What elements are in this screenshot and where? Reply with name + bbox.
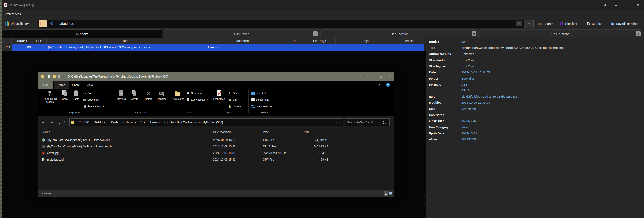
edit-button[interactable]: Edit	[228, 97, 237, 102]
qat-customize-icon[interactable]: ▾	[62, 75, 63, 78]
maximize-button[interactable]: □	[376, 73, 385, 80]
up-arrow-icon[interactable]: ↑	[64, 120, 66, 124]
select-none-button[interactable]: Select none	[251, 97, 269, 102]
tab-all-books[interactable]: All books	[2, 29, 162, 38]
breadcrumb-calibre[interactable]: Calibre	[111, 121, 120, 124]
refresh-icon[interactable]: ↻	[339, 120, 342, 124]
search-input[interactable]: FT ⚙ marked:true ×	[38, 20, 524, 28]
column-header-tags[interactable]: Tags	[336, 38, 395, 44]
file-row-opf[interactable]: metadata.opf 2024-10-09 15:32 OPF File 6…	[41, 156, 330, 163]
detail-link[interactable]: False	[461, 125, 469, 129]
detail-link[interactable]: 2024-10-09	[461, 132, 477, 135]
detail-link[interactable]: N	[461, 113, 464, 117]
close-button[interactable]: ×	[633, 1, 643, 8]
detail-link[interactable]: Book files	[461, 77, 475, 80]
column-header-location[interactable]: Location	[395, 38, 424, 44]
column-header-title[interactable]: Title	[47, 38, 204, 44]
detail-link[interactable]: 826.79 MB	[461, 107, 476, 110]
search-history-dropdown[interactable]: ▾	[524, 20, 534, 28]
column-header-authors[interactable]: Author(s) ▲	[204, 38, 281, 44]
tab-has-cover[interactable]: Has Cover x	[163, 29, 320, 38]
details-view-toggle[interactable]	[384, 191, 388, 196]
pin-to-quick-access-button[interactable]: Pin to Quick access	[41, 90, 59, 104]
file-row-jpg[interactable]: cover.jpg 2024-10-09 15:31 IrfanView JPG…	[41, 150, 330, 156]
maximize-button[interactable]: □	[622, 1, 632, 8]
detail-link[interactable]: 1f77bdfb-bfec-4e0d-a485-01abeda8e4c1	[461, 95, 517, 98]
folder-icon[interactable]	[41, 75, 44, 78]
detail-link[interactable]: 866953046	[461, 138, 477, 141]
select-all-button[interactable]: Select all	[251, 91, 266, 96]
delete-button[interactable]: × Delete ▾	[143, 90, 154, 104]
breadcrumb-unknown[interactable]: Unknown	[150, 121, 162, 124]
highlight-button[interactable]: Highlight	[560, 20, 577, 27]
copy-path-button[interactable]: Copy path	[83, 97, 99, 102]
detail-link[interactable]: 866953046	[461, 119, 477, 123]
address-dropdown-icon[interactable]: ▾	[336, 121, 337, 124]
list-header-name[interactable]: Name	[42, 130, 50, 134]
properties-button[interactable]: Properties ▾	[212, 90, 226, 104]
minimize-button[interactable]: –	[611, 1, 621, 8]
copy-to-button[interactable]: Copy to ▾	[128, 90, 140, 104]
detail-link[interactable]: 2024-10-09 15:31:55	[461, 71, 490, 74]
menu-file[interactable]: File	[38, 81, 53, 89]
cut-button[interactable]: ✂ Cut	[83, 91, 91, 96]
breadcrumb-libraries[interactable]: Libraries	[125, 121, 136, 124]
back-arrow-icon[interactable]: ←	[41, 120, 45, 124]
close-tab-icon[interactable]: x	[636, 31, 640, 36]
recent-locations-icon[interactable]: ▾	[58, 121, 60, 126]
paste-button[interactable]: Paste	[71, 90, 81, 101]
breadcrumb-drive[interactable]: DATA (D:)	[94, 121, 106, 124]
paste-shortcut-button[interactable]: Paste shortcut	[83, 104, 104, 109]
book-row[interactable]: 1 900 (byTom.Bart.CookingBooki).MyFirtBo…	[2, 44, 426, 50]
preferences-menu[interactable]: Preferences ▾	[2, 10, 26, 18]
detail-link[interactable]: 900	[461, 40, 466, 43]
copy-qat-icon[interactable]	[58, 75, 61, 78]
detail-link[interactable]: 2024-10-09 15:35:04	[461, 101, 490, 104]
help-icon[interactable]: ?	[386, 83, 390, 87]
close-tab-icon[interactable]: x	[313, 31, 318, 36]
menu-home[interactable]: Home	[54, 81, 68, 89]
forward-arrow-icon[interactable]: →	[50, 120, 54, 124]
column-header-hier-tags[interactable]: Hier Tags	[304, 38, 336, 44]
menu-share[interactable]: Share	[70, 81, 82, 89]
virtual-library-button[interactable]: Virtual library	[4, 20, 30, 27]
collapse-ribbon-icon[interactable]: ∧	[378, 83, 380, 86]
saved-searches-button[interactable]: Saved searches	[611, 20, 638, 27]
folder-icon[interactable]	[53, 75, 56, 78]
address-box[interactable]: › This PC › DATA (D:) › Calibre › Librar…	[70, 118, 344, 126]
column-header-links[interactable]: Links	[33, 38, 47, 44]
close-tab-icon[interactable]: x	[472, 31, 476, 36]
properties-qat-icon[interactable]: ✓	[48, 75, 51, 78]
column-header-isbn[interactable]: ISBN	[281, 38, 304, 44]
panel-collapse-icon[interactable]: ◀	[359, 73, 368, 80]
detail-link[interactable]: EPUB	[461, 89, 470, 92]
list-header-modified[interactable]: Date modified	[213, 130, 230, 134]
column-header-book[interactable]: Book #	[12, 38, 33, 44]
explorer-search-box[interactable]: Search (byTom.Bart.C...	[345, 118, 390, 126]
invert-selection-button[interactable]: Invert selection	[251, 104, 273, 109]
menu-view[interactable]: View	[83, 81, 96, 89]
copy-button[interactable]: Copy	[60, 90, 70, 101]
move-to-button[interactable]: Move to ▾	[115, 90, 127, 104]
thumbnail-view-toggle[interactable]	[388, 191, 392, 196]
tab-has-publisher[interactable]: Has Publisher x	[479, 29, 643, 38]
list-header-size[interactable]: Size	[304, 130, 310, 134]
ft-badge-icon[interactable]: FT	[39, 20, 47, 27]
file-row-epub[interactable]: (byTom.Bart.CookingBooki).MyFir - Unknow…	[41, 143, 330, 150]
breadcrumb-book-folder[interactable]: (byTom.Bart.CookingBooki).MyFirtBoo (900…	[167, 121, 223, 124]
sort-by-button[interactable]: Sort by	[586, 20, 602, 27]
history-button[interactable]: History	[228, 104, 241, 109]
panel-collapse-icon[interactable]: ◀	[600, 1, 610, 8]
clear-search-icon[interactable]: ×	[516, 21, 522, 26]
minimize-button[interactable]: –	[368, 73, 376, 80]
rename-button[interactable]: Rename	[156, 90, 168, 101]
open-button[interactable]: Open ▾	[228, 91, 242, 96]
new-folder-button[interactable]: New folder	[172, 90, 184, 101]
gear-icon[interactable]: ⚙	[50, 21, 54, 26]
breadcrumb-this-pc[interactable]: This PC	[79, 121, 89, 124]
detail-link[interactable]: CBZ	[461, 83, 468, 86]
new-item-button[interactable]: New item ▾	[186, 91, 204, 96]
tab-has-location[interactable]: Has Location x	[320, 29, 478, 38]
panel-splitter[interactable]	[424, 196, 426, 209]
list-header-type[interactable]: Type	[263, 130, 269, 134]
